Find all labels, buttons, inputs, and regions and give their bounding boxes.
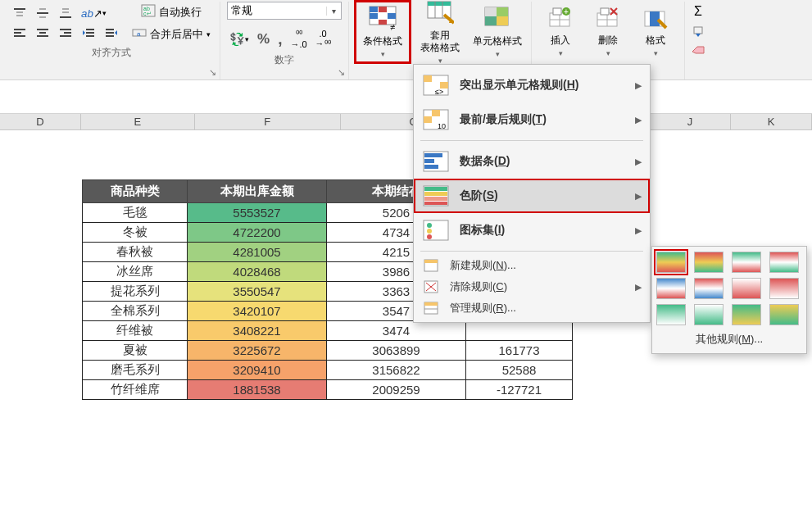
orientation-button[interactable]: ab↗ ▾ <box>79 5 109 22</box>
th-amount[interactable]: 本期出库金额 <box>188 180 327 203</box>
percent-button[interactable]: % <box>255 29 272 50</box>
number-format-dropdown[interactable]: ▾ <box>326 7 341 16</box>
chevron-right-icon: ▶ <box>635 115 642 125</box>
col-header-F[interactable]: F <box>195 114 341 129</box>
col-header-D[interactable]: D <box>0 114 81 129</box>
menu-label: 图标集(I) <box>460 223 505 238</box>
svg-text:+: + <box>564 7 569 16</box>
svg-rect-9 <box>14 29 25 30</box>
menu-label: 新建规则(N)... <box>450 258 516 273</box>
decrease-indent-button[interactable] <box>79 24 98 42</box>
menu-label: 清除规则(C) <box>450 279 507 294</box>
format-cells-button[interactable]: 格式 ▾ <box>633 2 678 62</box>
clear-button[interactable] <box>688 41 708 57</box>
menu-top-bottom-rules[interactable]: 10 最前/最后规则(T) ▶ <box>414 102 650 137</box>
decrease-decimal-button[interactable]: .0→⁰⁰ <box>313 26 333 52</box>
color-scale-yg[interactable] <box>769 304 799 325</box>
number-launcher[interactable]: ↘ <box>335 66 347 78</box>
autosum-button[interactable]: Σ <box>688 2 708 21</box>
col-header-J[interactable]: J <box>650 114 731 129</box>
insert-cells-button[interactable]: + 插入 ▾ <box>538 2 583 62</box>
highlight-rules-icon: ≤> <box>422 73 450 98</box>
wrap-text-button[interactable]: abc↵ 自动换行 <box>129 2 213 22</box>
svg-rect-1 <box>16 11 23 13</box>
color-scales-more-rules[interactable]: 其他规则(M)... <box>657 325 801 348</box>
table-row: 纤维被34082213474 <box>83 321 573 341</box>
chevron-down-icon: ▾ <box>496 50 500 58</box>
svg-marker-63 <box>692 47 704 53</box>
alignment-launcher[interactable]: ↘ <box>206 66 218 78</box>
merge-center-button[interactable]: a 合并后居中 ▾ <box>129 24 213 44</box>
conditional-format-button[interactable]: ≠ 条件格式 ▾ <box>356 2 410 62</box>
wrap-text-icon: abc↵ <box>141 4 156 20</box>
color-scale-rwb[interactable] <box>694 278 724 299</box>
color-scale-rw[interactable] <box>769 278 799 299</box>
align-bottom-button[interactable] <box>56 4 75 22</box>
color-scale-wg[interactable] <box>694 304 724 325</box>
chevron-down-icon: ▾ <box>381 50 385 58</box>
svg-rect-33 <box>379 7 387 12</box>
align-top-button[interactable] <box>10 4 29 22</box>
color-scale-bwr[interactable] <box>656 278 686 299</box>
menu-icon-sets[interactable]: 图标集(I) ▶ <box>414 213 650 247</box>
ribbon-group-editing-partial: Σ <box>685 2 714 79</box>
table-row: 夏被32256723063899161773 <box>83 341 573 361</box>
svg-rect-36 <box>379 20 387 25</box>
svg-rect-45 <box>485 16 497 25</box>
conditional-format-icon: ≠ <box>369 6 397 33</box>
menu-color-scales[interactable]: 色阶(S) ▶ <box>414 179 650 213</box>
align-center-button[interactable] <box>33 24 52 42</box>
delete-cells-icon <box>596 7 620 32</box>
delete-cells-button[interactable]: 删除 ▾ <box>586 2 630 62</box>
menu-highlight-cells-rules[interactable]: ≤> 突出显示单元格规则(H) ▶ <box>414 68 650 102</box>
number-format-input[interactable] <box>228 5 326 17</box>
col-header-K[interactable]: K <box>731 114 812 129</box>
color-scale-gy[interactable] <box>732 304 761 325</box>
svg-rect-86 <box>424 260 438 263</box>
svg-rect-11 <box>14 35 25 37</box>
insert-label: 插入 <box>551 34 570 48</box>
cell-styles-button[interactable]: 单元格样式 ▾ <box>470 2 524 62</box>
svg-rect-17 <box>60 35 71 37</box>
svg-rect-19 <box>86 32 94 34</box>
align-right-button[interactable] <box>56 24 75 42</box>
align-middle-button[interactable] <box>33 4 52 22</box>
merge-center-icon: a <box>132 26 147 42</box>
color-scale-wr[interactable] <box>732 278 761 299</box>
menu-data-bars[interactable]: 数据条(D) ▶ <box>414 144 650 179</box>
svg-rect-22 <box>106 29 114 30</box>
comma-style-button[interactable]: , <box>275 28 284 51</box>
menu-manage-rules[interactable]: 管理规则(R)... <box>414 297 650 319</box>
svg-rect-34 <box>370 13 378 19</box>
ribbon-group-alignment: ab↗ ▾ abc↵ 自动换行 a 合并后居中 ▾ 对齐方式 <box>3 2 220 79</box>
currency-button[interactable]: 💱 ▾ <box>227 30 252 49</box>
align-left-button[interactable] <box>10 24 29 42</box>
menu-new-rule[interactable]: 新建规则(N)... <box>414 255 650 276</box>
svg-rect-16 <box>64 32 71 34</box>
color-scale-ryg[interactable] <box>694 252 724 273</box>
format-as-table-button[interactable]: 套用 表格格式 ▾ <box>413 2 467 62</box>
menu-label: 突出显示单元格规则(H) <box>460 78 578 93</box>
cell-styles-icon <box>483 6 511 33</box>
col-header-E[interactable]: E <box>81 114 195 129</box>
color-scale-gw[interactable] <box>656 304 686 325</box>
th-category[interactable]: 商品种类 <box>83 180 188 203</box>
format-label: 格式 <box>646 34 665 48</box>
color-scale-rwg[interactable] <box>769 252 799 273</box>
menu-clear-rules[interactable]: 清除规则(C) ▶ <box>414 276 650 297</box>
svg-text:≤>: ≤> <box>435 88 443 96</box>
wrap-text-label: 自动换行 <box>159 5 202 20</box>
increase-indent-button[interactable] <box>102 24 121 42</box>
number-format-combo[interactable]: ▾ <box>227 2 342 20</box>
fill-button[interactable] <box>688 23 708 39</box>
increase-decimal-button[interactable]: ⁰⁰→.0 <box>288 26 309 52</box>
svg-rect-56 <box>601 8 609 15</box>
ribbon: ab↗ ▾ abc↵ 自动换行 a 合并后居中 ▾ 对齐方式 <box>0 0 812 80</box>
svg-rect-43 <box>485 7 497 16</box>
table-row: 竹纤维席18815382009259-127721 <box>83 380 573 400</box>
svg-rect-35 <box>388 13 396 19</box>
svg-rect-77 <box>424 187 447 191</box>
svg-text:10: 10 <box>438 122 446 130</box>
color-scale-gyr[interactable] <box>656 252 686 273</box>
color-scale-gwr[interactable] <box>732 252 761 273</box>
